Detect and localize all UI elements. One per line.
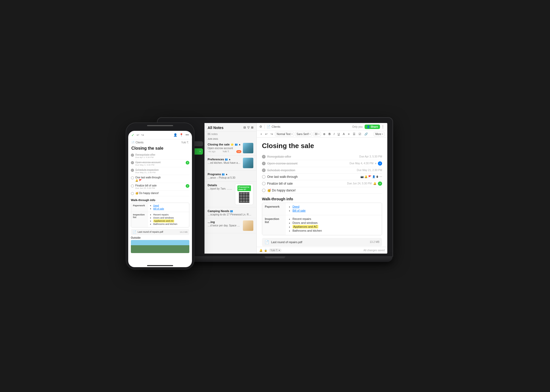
- users-icon: 👥: [235, 143, 238, 146]
- lock-icon[interactable]: 🔒: [264, 249, 267, 252]
- qr-code: [239, 192, 249, 203]
- phone-task-escrow: Open escrow account Due May 4, 4:30 PM J: [131, 160, 189, 167]
- more-dropdown[interactable]: More ▾: [374, 132, 385, 136]
- chevron-down-icon: ▾: [318, 133, 319, 135]
- list-item: Appliances and AC: [292, 225, 379, 228]
- bell-icon[interactable]: 🔔: [364, 175, 367, 178]
- editor-body[interactable]: Closing the sale Renegotiate offer Due A…: [257, 138, 387, 247]
- camera-icon[interactable]: 📷: [360, 175, 364, 178]
- share-button[interactable]: 👤 Share: [365, 125, 380, 129]
- task-text: Finalize bill of sale: [135, 184, 184, 187]
- grid-icon[interactable]: ⊞: [251, 126, 253, 129]
- note-title: Details: [208, 184, 233, 187]
- more-icon[interactable]: •••: [185, 133, 189, 137]
- undo-button[interactable]: ↩: [264, 132, 268, 136]
- laptop-notch: [265, 256, 285, 258]
- task-checkbox[interactable]: [262, 168, 266, 172]
- trash-icon[interactable]: 🗑: [376, 175, 379, 178]
- task-checkbox[interactable]: [131, 154, 134, 157]
- attachment-name: Last round of repairs.pdf: [271, 241, 368, 244]
- user-pill[interactable]: Yuki T. ▾: [269, 248, 282, 252]
- ordered-list-button[interactable]: ☰: [352, 132, 356, 136]
- note-item-misc[interactable]: …ing …d twice per day. Space …ours apart…: [204, 218, 256, 233]
- person-icon[interactable]: 👤: [173, 133, 177, 137]
- task-inspection: Schedule inspection Due May 21, 2:30 PM: [262, 167, 382, 174]
- task-checkbox[interactable]: [131, 192, 134, 195]
- chevron-down-icon: ▾: [200, 150, 201, 153]
- task-text: 🥳 Do happy dance!: [267, 189, 382, 192]
- deed-link[interactable]: Deed: [292, 205, 299, 208]
- font-size-dropdown[interactable]: 30 ▾: [313, 132, 321, 136]
- add-button[interactable]: +: [259, 132, 263, 136]
- pdf-icon: 📄: [265, 240, 269, 244]
- note-item-camping[interactable]: Camping Needs 👥 …scaping to-do 17 Pinewo…: [204, 207, 256, 218]
- redo-button[interactable]: ↪: [270, 132, 274, 136]
- task-checkbox[interactable]: [262, 182, 266, 185]
- italic-button[interactable]: I: [333, 132, 336, 136]
- note-item-details[interactable]: Details …irport by 7am. …oft, check traf…: [204, 182, 256, 207]
- task-checkbox[interactable]: [131, 169, 134, 172]
- phone-body[interactable]: Renegotiate offer Due Apr 3, 5:30 PM Ope…: [128, 152, 192, 264]
- bell-icon[interactable]: 🔔: [259, 249, 262, 252]
- checklist-button[interactable]: ☑: [358, 132, 362, 136]
- flag-icon[interactable]: 🚩: [368, 175, 371, 178]
- highlight-button[interactable]: A: [342, 132, 346, 136]
- attachment-row[interactable]: 📄 Last round of repairs.pdf 13.2 MB: [262, 238, 382, 246]
- upload-icon: ▲: [229, 158, 231, 161]
- more-options-icon[interactable]: ⋮: [381, 125, 385, 129]
- task-checkbox[interactable]: [131, 184, 134, 188]
- more-icon[interactable]: ⋯: [379, 175, 382, 178]
- note-item-closing-sale[interactable]: Closing the sale ⭐ 👥 ▲ Open escrow accou…: [204, 141, 256, 156]
- phone-table-cell-value: Deed Bill of sale: [148, 203, 189, 212]
- phone-task-happy-dance: 🥳 Do happy dance!: [131, 191, 189, 196]
- bullet-list-button[interactable]: ≡: [347, 132, 350, 136]
- note-preview: …irport by 7am. …oft, check traffic near…: [208, 187, 233, 190]
- location-icon[interactable]: 📍: [179, 133, 183, 137]
- note-item-preferences[interactable]: Preferences 👥 ▲ …ed kitchen. Must have a…: [204, 156, 256, 171]
- deed-link[interactable]: Deed: [153, 204, 159, 207]
- bell-icon[interactable]: 🔔: [135, 179, 138, 182]
- table-row-inspection: Inspection list Recent repairs Doors and…: [262, 215, 382, 235]
- phone-toolbar: ✓ ↩ ↪ 👤 📍 •••: [128, 131, 192, 139]
- settings-icon[interactable]: ⚙: [259, 125, 262, 128]
- check-icon[interactable]: ✓: [131, 133, 134, 137]
- task-happy-dance: 🥳 Do happy dance!: [262, 187, 382, 194]
- task-checkbox[interactable]: [262, 189, 266, 192]
- filter-icon[interactable]: ▽: [247, 126, 249, 129]
- task-checkbox[interactable]: [131, 176, 134, 179]
- note-thumbnail: [243, 158, 253, 168]
- phone-task-inspection: Schedule inspection Due May 21, 2:30 PM: [131, 167, 189, 175]
- chevron-down-icon: ▾: [382, 133, 383, 135]
- task-walkthrough: One last walk-through 📷 🔔 🚩 👤 🗑 ⋯: [262, 174, 382, 180]
- note-preview: Open escrow account: [208, 147, 241, 150]
- home-indicator[interactable]: [147, 265, 173, 266]
- redo-icon[interactable]: ↪: [141, 133, 144, 137]
- avatar: J: [378, 161, 382, 166]
- table-cell-label: Paperwork: [262, 203, 286, 215]
- notes-list-title: All Notes: [208, 126, 224, 130]
- text-style-dropdown[interactable]: Normal Text ▾: [275, 132, 294, 136]
- undo-icon[interactable]: ↩: [137, 133, 139, 137]
- task-due: Due Apr 3, 5:30 PM: [135, 156, 189, 159]
- task-checkbox[interactable]: [262, 155, 266, 159]
- link-button[interactable]: 🔗: [363, 132, 369, 136]
- notes-date-section: JUN 2021: [204, 137, 256, 141]
- task-checkbox[interactable]: [131, 161, 134, 164]
- bold-button[interactable]: B: [327, 132, 332, 136]
- doc-icon: 📄: [267, 125, 271, 128]
- note-item-programs[interactable]: Programs 👥 ▲ …ance – Pickup at 5:30: [204, 171, 256, 182]
- bill-of-sale-link[interactable]: Bill of sale: [292, 209, 306, 212]
- note-title: Closing the sale ⭐ 👥 ▲: [208, 143, 241, 146]
- person-icon[interactable]: 👤: [372, 175, 375, 178]
- flag-icon[interactable]: 🚩: [139, 179, 142, 182]
- underline-button[interactable]: U: [337, 132, 341, 136]
- bill-of-sale-link[interactable]: Bill of sale: [153, 207, 164, 210]
- task-checkbox[interactable]: [262, 162, 266, 165]
- phone-task-bill-of-sale: Finalize bill of sale Due Jun 25, 5:30 P…: [131, 183, 189, 191]
- font-dropdown[interactable]: Sans Serif ▾: [295, 132, 312, 136]
- sort-icon[interactable]: ⊟: [243, 126, 246, 129]
- phone-attachment[interactable]: 📄 Last round of repairs.pdf 13.2 MB: [131, 229, 189, 235]
- phone-table-cell-label: Inspection list: [131, 212, 148, 227]
- add-content-button[interactable]: ⊕: [322, 132, 326, 136]
- task-checkbox[interactable]: [262, 175, 266, 179]
